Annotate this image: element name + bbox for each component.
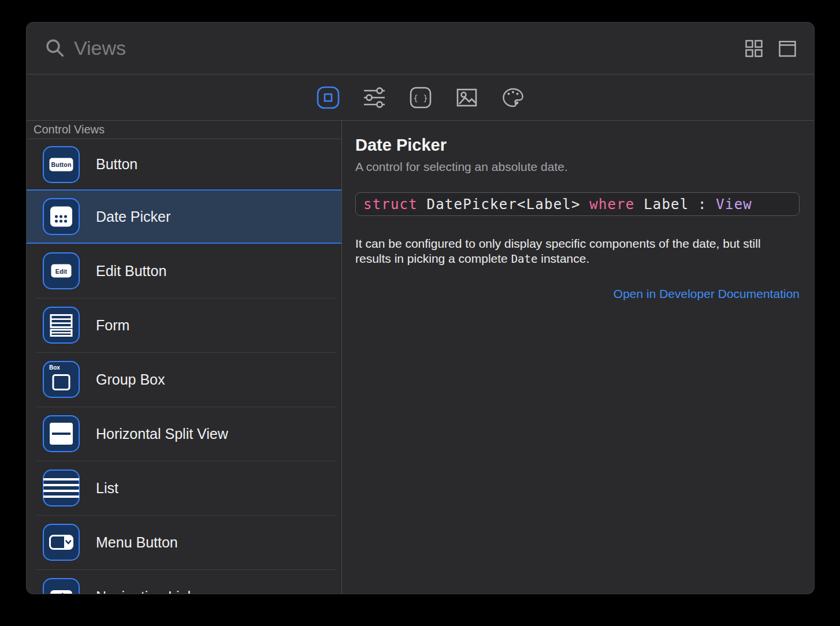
list-item-label: Date Picker [96, 208, 170, 225]
list-item-label: Navigation Link [96, 588, 195, 594]
declaration-code-block: struct DatePicker<Label> where Label : V… [355, 192, 800, 216]
section-header-label: Control Views [34, 123, 105, 136]
code-keyword: where [589, 196, 644, 213]
snippets-library-tab[interactable]: { } [408, 85, 433, 110]
date-picker-icon [43, 198, 80, 235]
detail-title: Date Picker [355, 136, 800, 155]
list-item-edit-button[interactable]: Edit Form Edit Button [27, 244, 341, 298]
views-library-tab[interactable] [315, 85, 341, 110]
list-item-date-picker[interactable]: Date Picker [27, 189, 341, 244]
description-text: instance. [537, 252, 589, 265]
views-list: Button Button Date Picker Edit Form Edit… [27, 139, 341, 594]
horizontal-split-view-icon [43, 415, 80, 452]
open-documentation-link[interactable]: Open in Developer Documentation [614, 287, 800, 300]
code-keyword: struct [363, 196, 427, 213]
group-box-icon-label: Box [49, 364, 60, 371]
snippets-library-icon: { } [408, 85, 433, 110]
list-item-label: Edit Button [96, 263, 166, 280]
list-item-label: Menu Button [96, 534, 178, 551]
list-item-horizontal-split-view[interactable]: Horizontal Split View [27, 407, 341, 461]
code-type: View [716, 196, 752, 213]
modifiers-library-icon [362, 85, 387, 110]
media-library-tab[interactable] [454, 85, 480, 110]
color-palette-icon [500, 85, 526, 110]
list-item-label: Form [96, 317, 129, 334]
detail-subtitle: A control for selecting an absolute date… [355, 160, 800, 174]
search-input[interactable] [74, 37, 478, 59]
edit-button-icon: Edit [43, 252, 80, 289]
menu-button-icon [43, 524, 80, 561]
code-plain: DatePicker<Label> [427, 196, 590, 213]
button-icon-label: Button [51, 161, 71, 168]
documentation-link-row: Open in Developer Documentation [355, 287, 800, 301]
detail-panel: Date Picker A control for selecting an a… [342, 121, 814, 594]
grid-view-icon[interactable] [744, 38, 764, 59]
section-header: Control Views [27, 121, 341, 139]
detail-description: It can be configured to only display spe… [355, 236, 800, 266]
views-library-icon [315, 85, 341, 110]
color-library-tab[interactable] [500, 85, 526, 110]
views-sidebar: Control Views Button Button Date Picker [27, 121, 342, 594]
svg-text:{ }: { } [413, 93, 428, 102]
list-item-label: Group Box [96, 371, 165, 388]
group-box-icon: Box [43, 361, 80, 398]
modifiers-library-tab[interactable] [362, 85, 387, 110]
navigation-link-icon [43, 578, 80, 594]
list-item-navigation-link[interactable]: Navigation Link [27, 569, 341, 594]
list-item-group-box[interactable]: Box Group Box [27, 352, 341, 407]
list-item-label: Button [96, 156, 137, 173]
code-plain: Label : [644, 196, 716, 213]
form-icon [43, 307, 80, 344]
library-toolbar: { } [27, 74, 814, 121]
list-item-list[interactable]: List [27, 461, 341, 515]
list-item-label: List [96, 480, 118, 497]
media-library-icon [454, 85, 480, 110]
search-icon [44, 37, 67, 60]
search-bar [27, 23, 814, 74]
library-panel-window: { } [26, 22, 815, 594]
button-icon: Button [43, 146, 80, 183]
list-item-menu-button[interactable]: Menu Button [27, 515, 341, 569]
list-item-button[interactable]: Button Button [27, 139, 341, 189]
list-item-form[interactable]: Form [27, 298, 341, 352]
list-icon [43, 469, 80, 506]
list-item-label: Horizontal Split View [96, 426, 228, 442]
edit-icon-label: Edit [55, 267, 68, 274]
description-inline-code: Date [511, 252, 538, 265]
detail-view-icon[interactable] [777, 38, 798, 59]
